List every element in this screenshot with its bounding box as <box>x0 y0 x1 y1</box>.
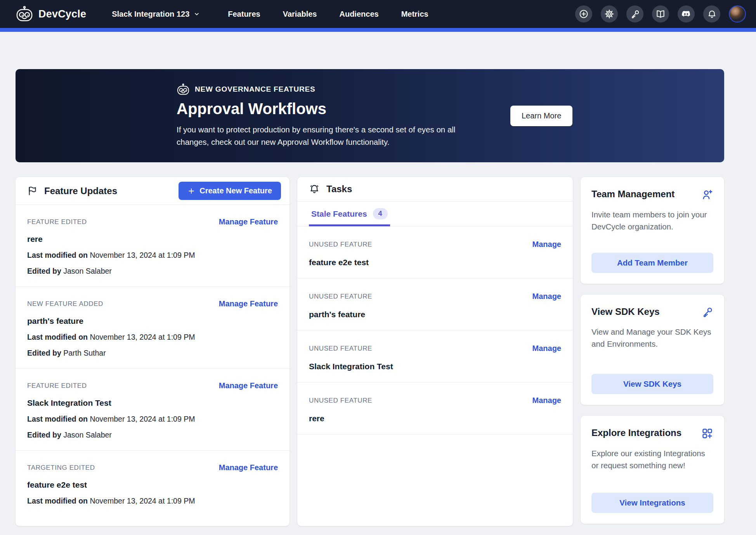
event-type-label: NEW FEATURE ADDED <box>27 300 103 308</box>
add-team-member-button[interactable]: Add Team Member <box>591 253 713 273</box>
settings-button[interactable] <box>601 5 618 23</box>
feature-name: parth's feature <box>27 316 278 326</box>
project-selector-label: Slack Integration 123 <box>112 10 189 19</box>
create-button[interactable] <box>575 5 592 23</box>
task-type-label: UNUSED FEATURE <box>309 345 372 353</box>
sdk-keys-button[interactable] <box>626 5 643 23</box>
manage-link[interactable]: Manage <box>532 396 561 405</box>
primary-nav: Features Variables Audiences Metrics <box>228 10 428 19</box>
view-sdk-keys-button[interactable]: View SDK Keys <box>591 374 713 394</box>
manage-feature-link[interactable]: Manage Feature <box>219 299 278 308</box>
discord-icon <box>681 9 691 19</box>
announcement-banner: NEW GOVERNANCE FEATURES Approval Workflo… <box>16 69 724 162</box>
tasks-tab-bar: Stale Features 4 <box>297 201 573 226</box>
event-type-label: FEATURE EDITED <box>27 382 87 390</box>
integrations-card: Explore Integrations Explore our existin… <box>581 416 724 524</box>
announcement-content: NEW GOVERNANCE FEATURES Approval Workflo… <box>177 83 475 148</box>
gear-icon <box>604 9 614 19</box>
feature-update-row: TARGETING EDITED Manage Feature feature … <box>16 451 290 526</box>
nav-link-features[interactable]: Features <box>228 10 260 19</box>
plus-circle-icon <box>579 9 589 19</box>
last-modified: Last modified on November 13, 2024 at 1:… <box>27 497 278 505</box>
feature-name: Slack Integration Test <box>27 398 278 408</box>
team-management-title: Team Management <box>591 189 675 200</box>
key-icon <box>630 9 640 19</box>
task-row: UNUSED FEATURE Manage parth's feature <box>297 278 573 330</box>
docs-button[interactable] <box>652 5 669 23</box>
dashboard-content: Feature Updates Create New Feature FEATU… <box>16 177 724 526</box>
task-type-label: UNUSED FEATURE <box>309 241 372 248</box>
task-feature-name: parth's feature <box>309 310 561 319</box>
last-modified: Last modified on November 13, 2024 at 1:… <box>27 251 278 260</box>
right-sidebar: Team Management Invite team members to j… <box>581 177 724 526</box>
nav-link-audiences[interactable]: Audiences <box>339 10 378 19</box>
manage-link[interactable]: Manage <box>532 292 561 301</box>
create-new-feature-button[interactable]: Create New Feature <box>179 182 281 200</box>
task-feature-name: feature e2e test <box>309 258 561 267</box>
tab-stale-features[interactable]: Stale Features 4 <box>309 201 390 226</box>
learn-more-button[interactable]: Learn More <box>510 106 572 126</box>
integrations-description: Explore our existing Integrations or req… <box>591 448 713 472</box>
nav-link-metrics[interactable]: Metrics <box>401 10 428 19</box>
manage-feature-link[interactable]: Manage Feature <box>219 463 278 472</box>
announcement-eyebrow: NEW GOVERNANCE FEATURES <box>195 85 315 94</box>
task-row: UNUSED FEATURE Manage Slack Integration … <box>297 330 573 382</box>
flag-icon <box>27 186 38 196</box>
stale-features-count-badge: 4 <box>373 208 388 219</box>
plus-icon <box>187 187 195 195</box>
manage-link[interactable]: Manage <box>532 344 561 353</box>
event-type-label: FEATURE EDITED <box>27 218 87 226</box>
grid-plus-icon <box>701 427 713 439</box>
manage-feature-link[interactable]: Manage Feature <box>219 381 278 390</box>
navbar-actions <box>575 5 746 23</box>
feature-update-row: FEATURE EDITED Manage Feature Slack Inte… <box>16 369 290 451</box>
person-plus-icon <box>701 189 713 201</box>
edited-by: Edited by Parth Suthar <box>27 349 278 358</box>
last-modified: Last modified on November 13, 2024 at 1:… <box>27 415 278 424</box>
event-type-label: TARGETING EDITED <box>27 464 95 472</box>
feature-name: feature e2e test <box>27 480 278 490</box>
bell-icon <box>309 184 320 195</box>
tasks-title: Tasks <box>326 184 352 195</box>
sdk-keys-description: View and Manage your SDK Keys and Enviro… <box>591 326 713 350</box>
manage-feature-link[interactable]: Manage Feature <box>219 217 278 226</box>
feature-updates-card: Feature Updates Create New Feature FEATU… <box>16 177 290 526</box>
key-icon <box>702 306 713 318</box>
integrations-title: Explore Integrations <box>591 427 681 438</box>
brand-name: DevCycle <box>38 8 86 20</box>
task-row: UNUSED FEATURE Manage rere <box>297 382 573 434</box>
announcement-title: Approval Workflows <box>177 100 475 118</box>
edited-by: Edited by Jason Salaber <box>27 267 278 276</box>
robot-icon <box>177 83 190 96</box>
nav-link-variables[interactable]: Variables <box>283 10 317 19</box>
chevron-down-icon <box>194 11 200 17</box>
accent-bar <box>0 28 756 32</box>
task-type-label: UNUSED FEATURE <box>309 397 372 405</box>
task-feature-name: Slack Integration Test <box>309 362 561 371</box>
user-avatar[interactable] <box>729 5 746 23</box>
manage-link[interactable]: Manage <box>532 240 561 249</box>
book-icon <box>655 9 666 19</box>
feature-name: rere <box>27 234 278 244</box>
announcement-description: If you want to protect production by ens… <box>177 123 475 148</box>
feature-update-row: FEATURE EDITED Manage Feature rere Last … <box>16 205 290 287</box>
devcycle-logo[interactable]: DevCycle <box>16 6 86 22</box>
top-navbar: DevCycle Slack Integration 123 Features … <box>0 0 756 28</box>
sdk-keys-title: View SDK Keys <box>591 306 660 317</box>
task-feature-name: rere <box>309 414 561 423</box>
task-row: UNUSED FEATURE Manage feature e2e test <box>297 226 573 278</box>
tasks-card: Tasks Stale Features 4 UNUSED FEATURE Ma… <box>297 177 573 526</box>
team-management-card: Team Management Invite team members to j… <box>581 177 724 284</box>
sdk-keys-card: View SDK Keys View and Manage your SDK K… <box>581 295 724 405</box>
project-selector[interactable]: Slack Integration 123 <box>112 10 200 19</box>
notifications-button[interactable] <box>703 5 720 23</box>
last-modified: Last modified on November 13, 2024 at 1:… <box>27 333 278 342</box>
task-type-label: UNUSED FEATURE <box>309 293 372 301</box>
feature-update-row: NEW FEATURE ADDED Manage Feature parth's… <box>16 287 290 369</box>
devcycle-robot-icon <box>16 6 33 22</box>
view-integrations-button[interactable]: View Integrations <box>591 493 713 513</box>
team-management-description: Invite team members to join your DevCycl… <box>591 209 713 233</box>
feature-updates-title: Feature Updates <box>44 186 117 196</box>
discord-button[interactable] <box>678 5 695 23</box>
bell-icon <box>707 9 717 19</box>
